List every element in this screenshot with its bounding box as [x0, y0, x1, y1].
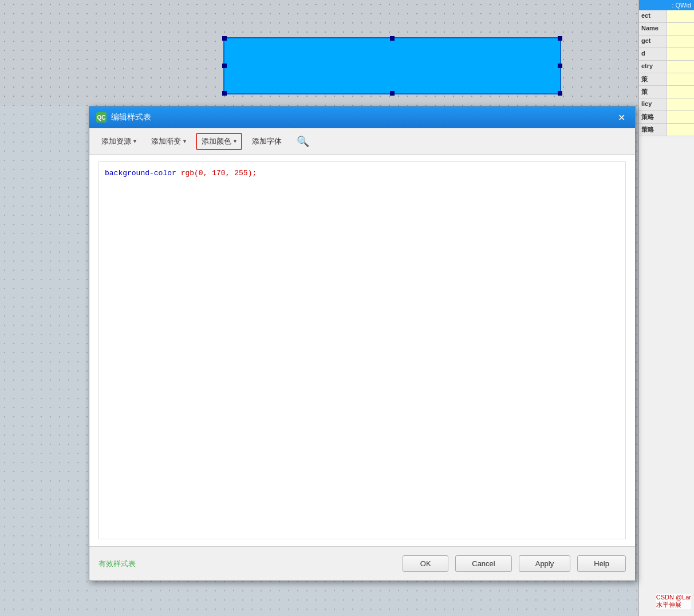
valid-stylesheet-label: 有效样式表	[98, 559, 136, 569]
right-panel-label-0: ect	[639, 10, 667, 22]
csdn-watermark: CSDN @Lar 水平伸展	[656, 594, 691, 609]
handle-mr[interactable]	[558, 64, 562, 68]
add-gradient-button[interactable]: 添加渐变 ▾	[146, 133, 191, 149]
add-gradient-label: 添加渐变	[151, 136, 181, 147]
search-button[interactable]: 🔍	[291, 132, 314, 151]
right-panel-row-3: d	[639, 48, 694, 61]
edit-stylesheet-dialog: QC 编辑样式表 ✕ 添加资源 ▾ 添加渐变 ▾ 添加颜色 ▾ 添加字体 🔍 b…	[89, 106, 636, 581]
right-panel-row-6: 策	[639, 86, 694, 98]
handle-tl[interactable]	[222, 36, 227, 41]
dialog-content: background-color rgb(0, 170, 255);	[89, 155, 635, 546]
handle-ml[interactable]	[222, 64, 227, 68]
right-panel-value-9	[667, 124, 695, 136]
help-button[interactable]: Help	[577, 555, 626, 572]
handle-br[interactable]	[558, 91, 562, 96]
add-color-dropdown-icon[interactable]: ▾	[234, 138, 236, 144]
css-property: background-color	[105, 169, 176, 177]
right-panel-header: : QWid	[639, 0, 694, 10]
right-panel-row-8: 策略	[639, 111, 694, 124]
right-panel-value-3	[667, 48, 695, 60]
dialog-titlebar: QC 编辑样式表 ✕	[89, 106, 635, 128]
add-font-button[interactable]: 添加字体	[247, 133, 287, 149]
cancel-button[interactable]: Cancel	[455, 555, 511, 572]
right-panel-value-5	[667, 73, 695, 85]
search-icon: 🔍	[297, 135, 309, 148]
add-font-label: 添加字体	[252, 136, 282, 147]
dialog-toolbar: 添加资源 ▾ 添加渐变 ▾ 添加颜色 ▾ 添加字体 🔍	[89, 128, 635, 155]
right-panel-row-9: 策略	[639, 124, 694, 136]
ok-button[interactable]: OK	[403, 555, 448, 572]
add-resource-button[interactable]: 添加资源 ▾	[96, 133, 141, 149]
handle-bl[interactable]	[222, 91, 227, 96]
right-panel-value-4	[667, 61, 695, 73]
add-resource-label: 添加资源	[101, 136, 131, 147]
dialog-title-group: QC 编辑样式表	[96, 112, 151, 123]
right-panel-value-2	[667, 35, 695, 48]
right-panel-value-1	[667, 23, 695, 35]
dialog-close-button[interactable]: ✕	[614, 110, 628, 124]
code-line-1: background-color rgb(0, 170, 255);	[105, 168, 620, 180]
right-panel-label-3: d	[639, 48, 667, 60]
right-panel-label-8: 策略	[639, 111, 667, 123]
right-panel-label-7: licy	[639, 98, 667, 110]
add-color-button[interactable]: 添加颜色 ▾	[196, 133, 242, 150]
dialog-footer: 有效样式表 OK Cancel Apply Help	[89, 546, 635, 581]
right-panel-value-6	[667, 86, 695, 98]
right-panel-value-7	[667, 98, 695, 110]
footer-buttons: OK Cancel Apply Help	[403, 555, 626, 572]
apply-button[interactable]: Apply	[519, 555, 571, 572]
handle-tr[interactable]	[558, 36, 562, 41]
right-panel-label-4: etry	[639, 61, 667, 73]
add-gradient-dropdown-icon[interactable]: ▾	[183, 138, 186, 144]
right-panel-row-5: 策	[639, 73, 694, 86]
right-panel-row-2: get	[639, 35, 694, 48]
right-panel-row-1: Name	[639, 23, 694, 35]
dialog-title: 编辑样式表	[111, 112, 151, 123]
right-panel-label-1: Name	[639, 23, 667, 35]
right-panel-label-9: 策略	[639, 124, 667, 136]
dialog-app-icon: QC	[96, 112, 107, 123]
css-value: rgb(0, 170, 255);	[181, 169, 257, 177]
right-panel-value-8	[667, 111, 695, 123]
canvas-area	[0, 0, 638, 106]
right-panel-row-7: licy	[639, 98, 694, 111]
blue-widget[interactable]	[223, 37, 561, 94]
right-panel: : QWid ect Name get d etry 策 策 licy 策略 策…	[638, 0, 694, 616]
right-panel-label-5: 策	[639, 73, 667, 85]
right-panel-row-0: ect	[639, 10, 694, 23]
right-panel-label-6: 策	[639, 86, 667, 98]
right-panel-row-4: etry	[639, 61, 694, 73]
handle-bm[interactable]	[390, 91, 395, 96]
add-color-label: 添加颜色	[202, 136, 231, 147]
right-panel-label-2: get	[639, 35, 667, 48]
code-editor-area[interactable]: background-color rgb(0, 170, 255);	[98, 161, 626, 539]
add-resource-dropdown-icon[interactable]: ▾	[133, 138, 136, 144]
handle-tm[interactable]	[390, 36, 395, 41]
right-panel-value-0	[667, 10, 695, 22]
